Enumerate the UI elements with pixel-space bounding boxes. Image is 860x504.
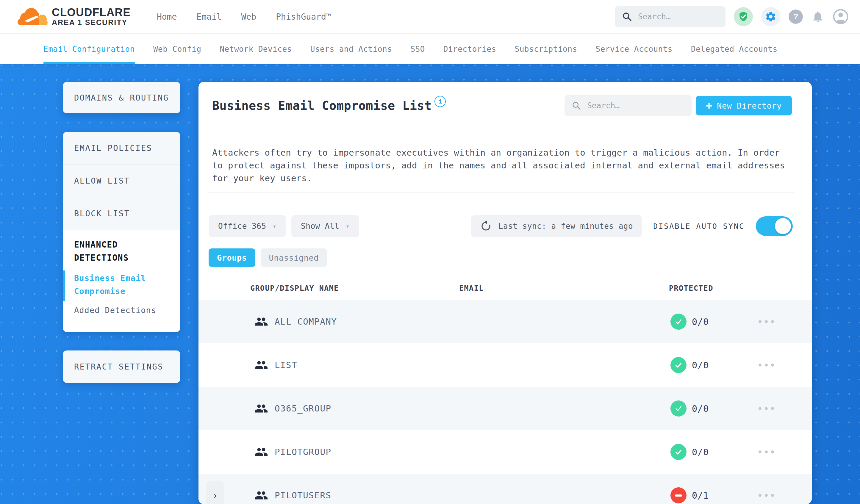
table-row: ALL COMPANY 0/0 (199, 300, 812, 343)
last-sync-button[interactable]: Last sync: a few minutes ago (471, 215, 642, 237)
tab-subscriptions[interactable]: Subscriptions (515, 34, 577, 64)
directory-search-input[interactable] (587, 101, 685, 110)
row-menu-ellipsis-icon[interactable] (757, 446, 776, 458)
table-row: LIST 0/0 (199, 343, 812, 387)
user-avatar-icon[interactable] (833, 9, 849, 25)
tab-unassigned[interactable]: Unassigned (261, 248, 327, 267)
group-people-icon (255, 445, 268, 459)
notifications-bell-icon[interactable] (811, 10, 824, 23)
sidebar-item-added-detections[interactable]: Added Detections (74, 305, 171, 315)
top-nav: Home Email Web PhishGuard™ (157, 12, 331, 22)
show-filter-dropdown[interactable]: Show All ▾ (291, 215, 359, 237)
table-header: GROUP/DISPLAY NAME EMAIL PROTECTED (199, 277, 812, 300)
row-menu-ellipsis-icon[interactable] (757, 490, 776, 501)
tab-web-config[interactable]: Web Config (153, 34, 201, 64)
directory-source-value: Office 365 (218, 222, 266, 231)
protected-status-badge (671, 357, 687, 373)
filter-row: Office 365 ▾ Show All ▾ Last sync: a few… (209, 215, 793, 237)
section-divider (209, 192, 794, 193)
new-directory-label: New Directory (717, 101, 782, 110)
tab-email-configuration[interactable]: Email Configuration (43, 34, 135, 64)
group-name: PILOTGROUP (275, 447, 331, 457)
minus-icon (675, 494, 682, 496)
security-status-icon[interactable] (734, 7, 753, 26)
group-name: O365_GROUP (275, 403, 331, 414)
protected-status-badge (671, 487, 687, 503)
top-nav-email[interactable]: Email (197, 12, 221, 22)
page-description: Attackers often try to impersonate execu… (212, 146, 796, 185)
global-search-input[interactable] (637, 12, 718, 21)
tab-delegated-accounts[interactable]: Delegated Accounts (691, 34, 777, 64)
last-sync-label: Last sync: a few minutes ago (499, 222, 633, 231)
group-people-icon (255, 489, 268, 502)
tab-groups[interactable]: Groups (209, 248, 255, 267)
top-nav-home[interactable]: Home (157, 12, 177, 22)
group-people-icon (255, 315, 268, 329)
protected-count: 0/0 (692, 317, 709, 327)
sidebar-item-label: Business Email Compromise (74, 273, 146, 296)
sidebar-item-enhanced-detections[interactable]: ENHANCED DETECTIONS (74, 238, 171, 264)
info-icon[interactable]: i (434, 96, 446, 107)
group-name: PILOTUSERS (275, 490, 331, 501)
config-tabs-bar: Email Configuration Web Config Network D… (0, 33, 860, 64)
sidebar: DOMAINS & ROUTING EMAIL POLICIES ALLOW L… (63, 64, 180, 504)
sidebar-item-business-email-compromise[interactable]: Business Email Compromise (74, 272, 171, 298)
sidebar-item-email-policies[interactable]: EMAIL POLICIES (63, 132, 180, 164)
active-item-indicator (63, 271, 65, 301)
table-body: ALL COMPANY 0/0 LIST (199, 300, 812, 504)
column-header-group-display-name: GROUP/DISPLAY NAME (250, 277, 339, 300)
sidebar-item-block-list[interactable]: BLOCK LIST (63, 197, 180, 230)
protected-status-badge (671, 444, 687, 460)
protected-count: 0/0 (692, 403, 709, 414)
page-title: Business Email Compromise List (212, 99, 431, 113)
sidebar-item-allow-list[interactable]: ALLOW LIST (63, 164, 180, 197)
cloudflare-cloud-icon (17, 6, 48, 27)
protected-status-badge (671, 314, 687, 330)
tab-users-and-actions[interactable]: Users and Actions (310, 34, 392, 64)
settings-gear-icon[interactable] (761, 7, 780, 26)
global-search[interactable] (615, 6, 726, 27)
tab-sso[interactable]: SSO (410, 34, 425, 64)
logo-text: CLOUDFLARE AREA 1 SECURITY (52, 7, 131, 27)
card-header: Business Email Compromise List i + New D… (212, 94, 792, 117)
logo-line1: CLOUDFLARE (52, 7, 131, 18)
show-filter-value: Show All (301, 222, 339, 231)
top-bar: CLOUDFLARE AREA 1 SECURITY Home Email We… (0, 0, 860, 33)
help-icon[interactable]: ? (789, 10, 803, 24)
auto-sync-toggle[interactable] (756, 216, 793, 236)
group-name: LIST (275, 360, 297, 370)
sidebar-section-enhanced-detections: ENHANCED DETECTIONS Business Email Compr… (63, 230, 180, 332)
bec-list-card: Business Email Compromise List i + New D… (199, 82, 812, 504)
directory-search[interactable] (564, 95, 691, 116)
sidebar-item-domains-routing[interactable]: DOMAINS & ROUTING (63, 82, 180, 113)
new-directory-button[interactable]: + New Directory (696, 96, 792, 115)
directory-source-dropdown[interactable]: Office 365 ▾ (209, 215, 286, 237)
cloudflare-logo[interactable]: CLOUDFLARE AREA 1 SECURITY (17, 6, 131, 27)
protected-count: 0/1 (692, 490, 709, 501)
group-people-icon (255, 358, 268, 372)
top-nav-web[interactable]: Web (241, 12, 257, 22)
sidebar-policies-card: EMAIL POLICIES ALLOW LIST BLOCK LIST ENH… (63, 132, 180, 332)
sidebar-item-retract-settings[interactable]: RETRACT SETTINGS (63, 350, 180, 383)
question-mark-glyph: ? (793, 12, 798, 21)
chevron-down-icon: ▾ (273, 222, 277, 230)
group-view-tabs: Groups Unassigned (209, 248, 327, 267)
row-menu-ellipsis-icon[interactable] (757, 316, 776, 327)
table-row: › PILOTUSERS 0/1 (199, 474, 812, 504)
protected-status-badge (671, 401, 687, 417)
logo-line2: AREA 1 SECURITY (52, 18, 131, 27)
header-actions: + New Directory (564, 95, 792, 116)
tab-service-accounts[interactable]: Service Accounts (596, 34, 673, 64)
group-name: ALL COMPANY (275, 317, 337, 327)
tab-directories[interactable]: Directories (443, 34, 496, 64)
row-menu-ellipsis-icon[interactable] (757, 403, 776, 414)
search-icon (622, 12, 632, 22)
top-nav-phishguard[interactable]: PhishGuard™ (276, 12, 331, 22)
top-right-cluster: ? (615, 6, 849, 27)
auto-sync-label: DISABLE AUTO SYNC (653, 222, 745, 231)
plus-icon: + (706, 101, 712, 111)
row-menu-ellipsis-icon[interactable] (757, 359, 776, 371)
tab-network-devices[interactable]: Network Devices (220, 34, 292, 64)
chevron-down-icon: ▾ (346, 222, 350, 230)
row-expand-chevron-icon[interactable]: › (206, 481, 224, 504)
